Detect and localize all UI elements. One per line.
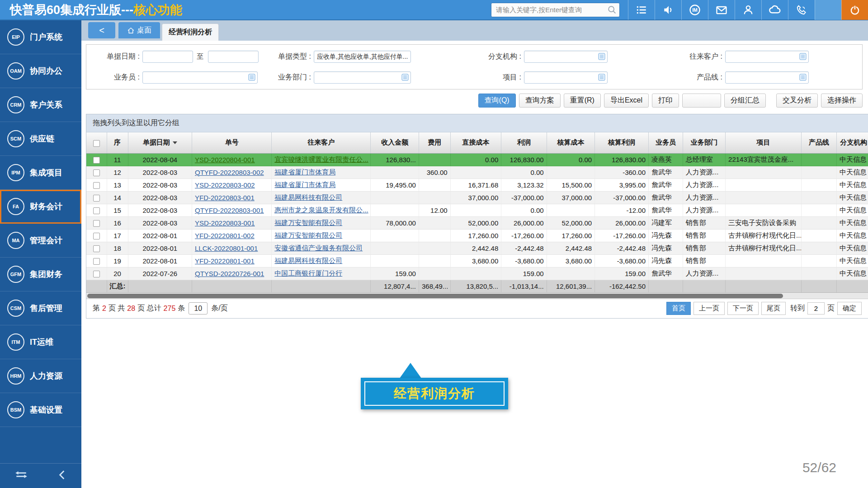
cloud-icon[interactable] — [761, 0, 788, 20]
list-icon[interactable] — [628, 0, 655, 20]
customer-link[interactable]: 宜宾骏继洪骥置业有限责任公... — [274, 155, 368, 163]
group-by-bar[interactable]: 拖拽列头到这里以用它分组 — [86, 114, 868, 132]
col-dept[interactable]: 业务部门 — [683, 132, 725, 153]
product-input[interactable] — [725, 71, 809, 84]
dept-input[interactable] — [314, 71, 411, 84]
blank-button[interactable] — [682, 94, 721, 108]
lookup-grid-icon[interactable] — [799, 74, 807, 81]
lookup-grid-icon[interactable] — [598, 74, 605, 81]
col-product_line[interactable]: 产品线 — [802, 132, 837, 153]
search-icon[interactable] — [607, 5, 617, 17]
col-branch[interactable]: 分支机构 — [836, 132, 868, 153]
sidebar-item-itm[interactable]: ITMIT运维 — [0, 325, 81, 359]
sidebar-item-csm[interactable]: CSM售后管理 — [0, 291, 81, 325]
row-checkbox[interactable] — [93, 207, 100, 214]
page-size-box[interactable]: 10 — [189, 302, 208, 314]
checkbox-icon[interactable] — [93, 140, 100, 147]
query-plan-button[interactable]: 查询方案 — [519, 94, 561, 108]
customer-link[interactable]: 福建易网科技有限公司 — [274, 257, 342, 264]
docno-link[interactable]: YSD-20220803-002 — [195, 181, 255, 189]
cross-analysis-button[interactable]: 交叉分析 — [776, 94, 818, 108]
chevron-left-icon[interactable] — [57, 469, 67, 483]
customer-link[interactable]: 福建易网科技有限公司 — [274, 193, 342, 201]
lookup-grid-icon[interactable] — [799, 53, 807, 60]
docno-link[interactable]: QTYFD-20220803-001 — [195, 206, 264, 214]
reset-button[interactable]: 重置(R) — [564, 94, 601, 108]
collapse-panels-icon[interactable] — [14, 469, 28, 483]
lookup-grid-icon[interactable] — [248, 74, 255, 81]
speaker-icon[interactable] — [655, 0, 681, 20]
docno-link[interactable]: YSD-20220804-001 — [195, 156, 255, 164]
sidebar-item-ipm[interactable]: IPM集成项目 — [0, 156, 81, 190]
date-from-input[interactable] — [142, 51, 193, 63]
row-checkbox[interactable] — [93, 157, 100, 164]
salesman-input[interactable] — [142, 71, 258, 84]
sidebar-item-eip[interactable]: EIP门户系统 — [0, 20, 81, 54]
sidebar-item-ma[interactable]: MA管理会计 — [0, 224, 81, 258]
docno-link[interactable]: LLCK-20220801-001 — [195, 244, 258, 252]
next-page-button[interactable]: 下一页 — [727, 302, 759, 315]
search-input[interactable] — [491, 3, 620, 17]
power-icon[interactable] — [841, 0, 868, 20]
export-excel-button[interactable]: 导出Excel — [604, 94, 649, 108]
date-to-input[interactable] — [208, 51, 259, 63]
goto-page-input[interactable] — [807, 302, 825, 314]
sidebar-item-bsm[interactable]: BSM基础设置 — [0, 393, 81, 427]
row-checkbox[interactable] — [93, 169, 100, 176]
sidebar-item-scm[interactable]: SCM供应链 — [0, 122, 81, 156]
col-date[interactable]: 单据日期 — [128, 132, 192, 153]
customer-link[interactable]: 福建万安智能有限公司 — [274, 219, 342, 226]
customer-link[interactable]: 安徽省通信产业服务有限公司 — [274, 244, 363, 252]
col-project[interactable]: 项目 — [726, 132, 802, 153]
docno-link[interactable]: QTYSD-20220726-001 — [195, 270, 264, 277]
row-checkbox[interactable] — [93, 233, 100, 239]
sidebar-item-hrm[interactable]: HRM人力资源 — [0, 359, 81, 393]
sidebar-item-crm[interactable]: CRM客户关系 — [0, 88, 81, 122]
query-button[interactable]: 查询(Q) — [478, 94, 516, 108]
docno-link[interactable]: YFD-20220801-001 — [195, 257, 255, 265]
row-checkbox[interactable] — [93, 182, 100, 189]
phone-icon[interactable] — [788, 0, 815, 20]
prev-page-button[interactable]: 上一页 — [693, 302, 725, 315]
row-checkbox[interactable] — [93, 195, 100, 202]
docno-link[interactable]: QTYFD-20220803-002 — [195, 169, 264, 176]
branch-input[interactable] — [524, 51, 608, 63]
lookup-grid-icon[interactable] — [598, 53, 605, 60]
select-operation-button[interactable]: 选择操作 — [821, 94, 863, 108]
col-docno[interactable]: 单号 — [192, 132, 272, 153]
tab-profit-analysis[interactable]: 经营利润分析 — [162, 23, 219, 41]
row-checkbox[interactable] — [93, 258, 100, 265]
row-checkbox[interactable] — [93, 245, 100, 252]
col-calc_cost[interactable]: 核算成本 — [547, 132, 595, 153]
tab-back-button[interactable]: < — [88, 22, 115, 38]
docno-link[interactable]: YFD-20220803-001 — [195, 194, 255, 202]
lookup-grid-icon[interactable] — [401, 74, 409, 81]
doctype-value[interactable]: 应收单,其他应收单,其他应付单... — [314, 51, 411, 63]
customer-link[interactable]: 惠州市龙之泉温泉开发有限公... — [274, 206, 368, 214]
user-icon[interactable] — [735, 0, 761, 20]
customer-link[interactable]: 福建省厦门市体育局 — [274, 181, 335, 188]
select-all-checkbox[interactable] — [86, 132, 107, 153]
mail-icon[interactable] — [708, 0, 735, 20]
group-summary-button[interactable]: 分组汇总 — [724, 94, 766, 108]
project-input[interactable] — [524, 71, 608, 84]
goto-confirm-button[interactable]: 确定 — [837, 302, 862, 315]
col-customer[interactable]: 往来客户 — [272, 132, 371, 153]
row-checkbox[interactable] — [93, 220, 100, 227]
horizontal-scrollbar-thumb[interactable] — [87, 294, 783, 298]
row-checkbox[interactable] — [93, 271, 100, 277]
sidebar-item-gfm[interactable]: GFM集团财务 — [0, 258, 81, 291]
col-income[interactable]: 收入金额 — [371, 132, 419, 153]
customer-link[interactable]: 福建万安智能有限公司 — [274, 231, 342, 239]
col-calc_profit[interactable]: 核算利润 — [595, 132, 649, 153]
col-seq[interactable]: 序 — [107, 132, 128, 153]
col-profit[interactable]: 利润 — [501, 132, 547, 153]
sidebar-item-fa[interactable]: FA财务会计 — [0, 190, 81, 224]
customer-link[interactable]: 中国工商银行厦门分行 — [274, 269, 342, 277]
customer-link[interactable]: 福建省厦门市体育局 — [274, 168, 335, 176]
docno-link[interactable]: YSD-20220803-001 — [195, 219, 255, 227]
last-page-button[interactable]: 尾页 — [761, 302, 786, 315]
horizontal-scrollbar-track[interactable] — [86, 293, 868, 299]
col-salesman[interactable]: 业务员 — [649, 132, 683, 153]
col-fee[interactable]: 费用 — [419, 132, 450, 153]
